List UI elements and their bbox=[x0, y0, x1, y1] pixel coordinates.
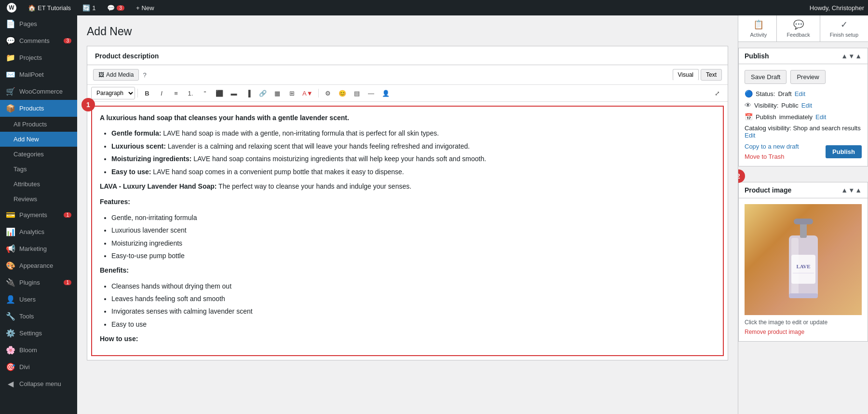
editor-bullet-list-1: Gentle formula: LAVE hand soap is made w… bbox=[111, 128, 715, 177]
bold-button[interactable]: B bbox=[140, 88, 154, 99]
sidebar-item-appearance[interactable]: 🎨 Appearance bbox=[0, 257, 77, 274]
editor-features-list: Gentle, non-irritating formula Luxurious… bbox=[111, 212, 715, 262]
sidebar-item-bloom[interactable]: 🌸 Bloom bbox=[0, 342, 77, 359]
sidebar-item-categories[interactable]: Categories bbox=[0, 147, 77, 162]
preview-button[interactable]: Preview bbox=[790, 70, 825, 84]
calendar-icon: 📅 bbox=[745, 113, 753, 121]
publish-panel-arrows[interactable]: ▲ ▾ ▲ bbox=[841, 52, 862, 60]
unordered-list-button[interactable]: ≡ bbox=[169, 88, 183, 99]
table2-button[interactable]: ▤ bbox=[350, 88, 364, 99]
sidebar-item-woocommerce[interactable]: 🛒 WooCommerce bbox=[0, 83, 77, 100]
sidebar-item-comments[interactable]: 💬 Comments 3 bbox=[0, 32, 77, 49]
copy-draft-link[interactable]: Copy to a new draft bbox=[745, 143, 799, 150]
payments-badge: 1 bbox=[64, 212, 71, 218]
page-title: Add New bbox=[87, 25, 728, 38]
sidebar-item-users[interactable]: 👤 Users bbox=[0, 291, 77, 308]
activity-icon: 📋 bbox=[753, 19, 764, 30]
blockquote-button[interactable]: " bbox=[198, 88, 212, 99]
new-item[interactable]: + New bbox=[133, 0, 157, 15]
visibility-row: 👁 Visibility: Public Edit bbox=[745, 101, 862, 109]
updates-item[interactable]: 🔄 1 bbox=[80, 0, 98, 15]
align-center-button[interactable]: ▬ bbox=[227, 88, 241, 99]
plugins-badge: 1 bbox=[64, 280, 71, 285]
appearance-icon: 🎨 bbox=[6, 261, 15, 270]
product-image-wrapper: 2 Product image ▲ ▾ ▲ bbox=[738, 176, 868, 342]
editor-toolbar-top: 🖼 Add Media ? Visual Text bbox=[87, 65, 728, 85]
publish-time-edit-link[interactable]: Edit bbox=[815, 113, 826, 121]
visibility-edit-link[interactable]: Edit bbox=[801, 102, 812, 109]
editor-bullet-2: Luxurious scent: Lavender is a calming a… bbox=[111, 141, 715, 152]
align-right-button[interactable]: ▐ bbox=[242, 88, 255, 99]
sidebar-item-divi[interactable]: 🎯 Divi bbox=[0, 359, 77, 375]
marketing-icon: 📢 bbox=[6, 244, 15, 253]
sidebar-item-marketing[interactable]: 📢 Marketing bbox=[0, 240, 77, 257]
finish-setup-button[interactable]: ✓ Finish setup bbox=[820, 15, 868, 41]
more-button[interactable]: ⚙ bbox=[321, 88, 335, 99]
benefit-1: Cleanses hands without drying them out bbox=[111, 281, 715, 291]
sidebar-item-plugins[interactable]: 🔌 Plugins 1 bbox=[0, 274, 77, 291]
link-button[interactable]: 🔗 bbox=[256, 88, 270, 99]
chevron-down-icon: ▾ bbox=[850, 186, 853, 194]
activity-button[interactable]: 📋 Activity bbox=[741, 15, 777, 41]
paragraph-select[interactable]: Paragraph bbox=[91, 87, 135, 99]
text-tab[interactable]: Text bbox=[701, 69, 722, 81]
ordered-list-button[interactable]: 1. bbox=[184, 88, 197, 99]
comments-item[interactable]: 💬 3 bbox=[104, 0, 127, 15]
sidebar-item-tools[interactable]: 🔧 Tools bbox=[0, 308, 77, 325]
feedback-button[interactable]: 💬 Feedback bbox=[777, 15, 820, 41]
comment-icon: 💬 bbox=[107, 4, 115, 12]
sidebar-item-analytics[interactable]: 📊 Analytics bbox=[0, 223, 77, 240]
remove-product-image-link[interactable]: Remove product image bbox=[745, 329, 862, 335]
color-button[interactable]: A▼ bbox=[299, 88, 316, 99]
wp-logo[interactable]: W bbox=[4, 0, 19, 15]
product-image[interactable]: LAVE bbox=[745, 204, 862, 315]
editor-toolbar-format: Paragraph B I ≡ 1. " ⬛ ▬ ▐ 🔗 ▦ ⊞ A▼ ⚙ 😊 … bbox=[87, 85, 728, 102]
plus-icon: + bbox=[136, 4, 140, 12]
sidebar-item-products[interactable]: 📦 Products bbox=[0, 100, 77, 117]
editor-features-header: Features: bbox=[100, 196, 715, 207]
benefit-3: Invigorates senses with calming lavender… bbox=[111, 306, 715, 317]
sidebar-item-tags[interactable]: Tags bbox=[0, 162, 77, 177]
sidebar-item-attributes[interactable]: Attributes bbox=[0, 177, 77, 192]
expand-button[interactable]: ⤢ bbox=[710, 88, 724, 99]
sidebar-item-all-products[interactable]: All Products bbox=[0, 117, 77, 132]
product-image-arrows[interactable]: ▲ ▾ ▲ bbox=[841, 186, 862, 194]
site-name[interactable]: 🏠 ET Tutorials bbox=[25, 0, 74, 15]
emoji-button[interactable]: 😊 bbox=[336, 88, 349, 99]
person-button[interactable]: 👤 bbox=[379, 88, 393, 99]
italic-button[interactable]: I bbox=[155, 88, 168, 99]
sidebar-item-label: Payments bbox=[19, 211, 47, 219]
save-draft-button[interactable]: Save Draft bbox=[745, 70, 787, 84]
visibility-icon: 👁 bbox=[745, 101, 751, 109]
add-media-button[interactable]: 🖼 Add Media bbox=[93, 69, 139, 81]
publish-button[interactable]: Publish bbox=[826, 145, 862, 158]
updates-icon: 🔄 bbox=[82, 4, 90, 12]
sidebar-item-add-new[interactable]: Add New bbox=[0, 132, 77, 147]
table-button[interactable]: ⊞ bbox=[285, 88, 298, 99]
help-icon[interactable]: ? bbox=[143, 71, 146, 79]
sidebar-item-mailpoet[interactable]: ✉️ MailPoet bbox=[0, 66, 77, 83]
sidebar-item-settings[interactable]: ⚙️ Settings bbox=[0, 325, 77, 342]
visual-tab[interactable]: Visual bbox=[673, 69, 699, 81]
status-edit-link[interactable]: Edit bbox=[795, 90, 805, 97]
sidebar-item-payments[interactable]: 💳 Payments 1 bbox=[0, 207, 77, 223]
publish-panel-header: Publish ▲ ▾ ▲ bbox=[739, 48, 868, 64]
benefit-2: Leaves hands feeling soft and smooth bbox=[111, 293, 715, 304]
main-area: Add New Product description 🖼 Add Media … bbox=[77, 15, 738, 414]
sidebar-item-collapse[interactable]: ◀ Collapse menu bbox=[0, 375, 77, 392]
sidebar-item-reviews[interactable]: Reviews bbox=[0, 192, 77, 207]
payments-icon: 💳 bbox=[6, 210, 15, 220]
catalog-visibility-value: Shop and search results bbox=[793, 124, 860, 132]
feature-1: Gentle, non-irritating formula bbox=[111, 212, 715, 223]
sidebar-item-projects[interactable]: 📁 Projects bbox=[0, 49, 77, 66]
svg-rect-7 bbox=[789, 293, 818, 298]
catalog-edit-link[interactable]: Edit bbox=[745, 132, 755, 139]
insert-button[interactable]: ▦ bbox=[271, 88, 284, 99]
editor-bullet-1: Gentle formula: LAVE hand soap is made w… bbox=[111, 128, 715, 138]
editor-content[interactable]: A luxurious hand soap that cleanses your… bbox=[91, 106, 724, 356]
publish-time-label: Publish bbox=[756, 113, 776, 121]
hr-button[interactable]: — bbox=[365, 88, 378, 99]
align-left-button[interactable]: ⬛ bbox=[213, 88, 226, 99]
sidebar-item-pages[interactable]: 📄 Pages bbox=[0, 15, 77, 32]
move-trash-link[interactable]: Move to Trash bbox=[745, 153, 799, 160]
